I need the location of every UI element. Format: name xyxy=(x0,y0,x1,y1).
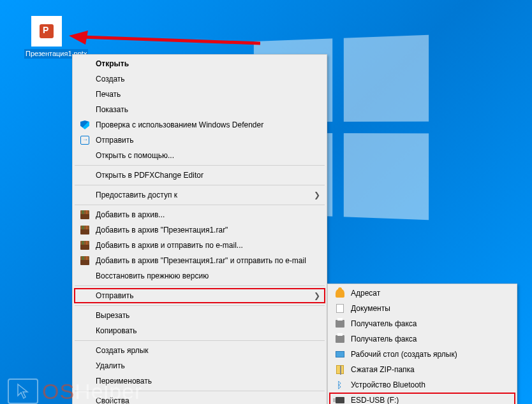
fax-icon xyxy=(336,335,344,343)
menu-print[interactable]: Печать xyxy=(74,87,325,102)
svg-line-0 xyxy=(82,37,260,43)
winrar-icon xyxy=(80,226,89,234)
shield-icon xyxy=(80,120,89,129)
watermark-helper: Helper xyxy=(75,379,142,403)
sendto-fax[interactable]: Получатель факса xyxy=(329,331,515,347)
sendto-recipient[interactable]: Адресат xyxy=(329,285,515,301)
cursor-icon xyxy=(8,379,38,404)
menu-pdfxchange[interactable]: Открыть в PDFXChange Editor xyxy=(74,168,325,183)
menu-open[interactable]: Открыть xyxy=(74,56,325,71)
sendto-fax[interactable]: Получатель факса xyxy=(329,316,515,331)
menu-rar-add-named[interactable]: Добавить в архив "Презентация1.rar" xyxy=(74,222,325,238)
menu-send-to[interactable]: Отправить ❯ xyxy=(74,288,325,303)
menu-cut[interactable]: Вырезать xyxy=(74,308,325,323)
desktop-icon xyxy=(336,351,344,357)
menu-delete[interactable]: Удалить xyxy=(74,358,325,373)
menu-separator xyxy=(75,285,325,286)
menu-rar-add[interactable]: Добавить в архив... xyxy=(74,207,325,222)
document-icon xyxy=(336,304,344,313)
submenu-arrow-icon: ❯ xyxy=(313,291,320,300)
usb-drive-icon xyxy=(336,397,344,403)
submenu-arrow-icon: ❯ xyxy=(313,191,320,199)
menu-open-with[interactable]: Открыть с помощью... xyxy=(74,148,325,163)
oshelper-watermark: OSHelper xyxy=(8,379,142,404)
winrar-icon xyxy=(80,210,89,219)
fax-icon xyxy=(336,320,344,328)
desktop-file-pptx[interactable]: Презентация1.pptx xyxy=(24,16,69,59)
menu-separator xyxy=(75,340,325,341)
menu-copy[interactable]: Копировать xyxy=(74,323,325,338)
menu-share[interactable]: Отправить xyxy=(74,133,325,148)
menu-defender-scan[interactable]: Проверка с использованием Windows Defend… xyxy=(74,117,325,133)
menu-separator xyxy=(75,205,325,205)
sendto-zip[interactable]: Сжатая ZIP-папка xyxy=(329,362,515,377)
zip-icon xyxy=(336,365,344,374)
menu-create[interactable]: Создать xyxy=(74,71,325,87)
share-icon xyxy=(80,136,89,145)
winrar-icon xyxy=(80,256,89,265)
watermark-os: OS xyxy=(42,379,75,403)
menu-grant-access[interactable]: Предоставить доступ к ❯ xyxy=(74,187,325,203)
menu-show[interactable]: Показать xyxy=(74,102,325,117)
send-to-submenu: Адресат Документы Получатель факса Получ… xyxy=(327,284,517,404)
menu-rar-email-named[interactable]: Добавить в архив "Презентация1.rar" и от… xyxy=(74,253,325,268)
svg-marker-1 xyxy=(69,31,88,45)
context-menu: Открыть Создать Печать Показать Проверка… xyxy=(72,54,327,404)
powerpoint-icon xyxy=(31,16,62,47)
menu-separator xyxy=(75,305,325,306)
menu-rar-email[interactable]: Добавить в архив и отправить по e-mail..… xyxy=(74,238,325,253)
menu-separator xyxy=(75,165,325,166)
contact-icon xyxy=(336,289,344,298)
menu-restore-version[interactable]: Восстановить прежнюю версию xyxy=(74,268,325,284)
annotation-arrow xyxy=(69,31,260,56)
menu-separator xyxy=(75,185,325,185)
sendto-usb-drive[interactable]: ESD-USB (F:) xyxy=(329,393,515,404)
menu-create-shortcut[interactable]: Создать ярлык xyxy=(74,343,325,358)
sendto-bluetooth[interactable]: ᛒ Устройство Bluetooth xyxy=(329,377,515,393)
bluetooth-icon: ᛒ xyxy=(337,380,343,389)
sendto-documents[interactable]: Документы xyxy=(329,301,515,316)
sendto-desktop-shortcut[interactable]: Рабочий стол (создать ярлык) xyxy=(329,347,515,362)
winrar-icon xyxy=(80,241,89,250)
